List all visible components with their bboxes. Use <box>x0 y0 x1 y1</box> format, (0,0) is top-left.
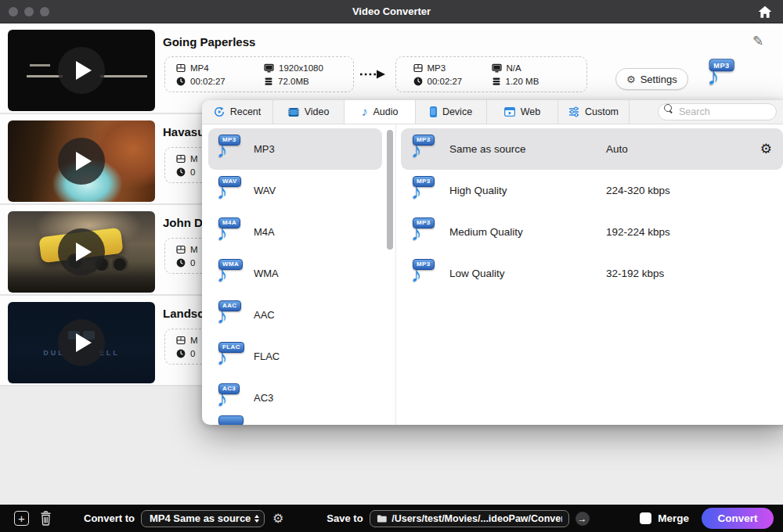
format-badge: MP3 <box>709 59 734 71</box>
merge-label: Merge <box>658 512 689 524</box>
source-duration: 00:02:27 <box>176 77 264 86</box>
convert-settings-gear-icon[interactable]: ⚙ <box>272 511 283 526</box>
play-icon[interactable] <box>58 228 105 275</box>
film-icon <box>176 336 186 345</box>
audio-format-icon: ♪WAV <box>216 178 246 204</box>
video-thumbnail[interactable] <box>8 30 155 111</box>
stack-icon <box>264 77 273 86</box>
delete-file-button[interactable] <box>39 511 52 526</box>
audio-format-icon: ♪FLAC <box>216 343 246 370</box>
quality-settings-gear-icon[interactable]: ⚙ <box>760 141 772 157</box>
film-icon <box>176 63 186 73</box>
audio-format-icon: ♪MP3 <box>410 136 440 163</box>
format-item-ac3[interactable]: ♪AC3 AC3 <box>208 377 382 419</box>
format-item-wav[interactable]: ♪WAV WAV <box>208 170 382 211</box>
settings-button[interactable]: ⚙ Settings <box>615 68 688 90</box>
gear-icon: ⚙ <box>626 74 636 85</box>
merge-checkbox[interactable] <box>640 512 651 524</box>
convert-to-label: Convert to <box>84 512 135 524</box>
audio-format-icon: ♪MP3 <box>410 219 440 246</box>
source-format: MP4 <box>176 63 264 73</box>
quality-item-high[interactable]: ♪MP3 High Quality 224-320 kbps <box>401 170 783 211</box>
format-item-wma[interactable]: ♪WMA WMA <box>208 253 382 294</box>
quality-item-low[interactable]: ♪MP3 Low Quality 32-192 kbps <box>401 253 783 294</box>
folder-icon <box>377 514 388 523</box>
film-icon <box>176 245 186 254</box>
display-icon <box>264 63 274 73</box>
target-resolution: N/A <box>492 63 570 73</box>
tab-custom[interactable]: Custom <box>558 100 630 124</box>
scrollbar-thumb[interactable] <box>387 130 393 250</box>
video-thumbnail[interactable] <box>8 211 155 293</box>
search-input[interactable] <box>658 103 777 120</box>
home-icon[interactable] <box>758 5 772 19</box>
tab-recent[interactable]: Recent <box>202 100 273 124</box>
target-format: MP3 <box>413 63 492 73</box>
convert-button[interactable]: Convert <box>702 508 774 529</box>
audio-format-icon: ♪AAC <box>216 302 246 329</box>
quality-item-medium[interactable]: ♪MP3 Medium Quality 192-224 kbps <box>401 211 783 253</box>
video-thumbnail[interactable]: DUL ELL <box>8 302 155 383</box>
window-title: Video Converter <box>0 5 783 17</box>
filmstrip-icon <box>288 107 299 117</box>
target-duration: 00:02:27 <box>413 77 492 86</box>
play-icon[interactable] <box>58 138 105 185</box>
history-icon <box>214 106 225 117</box>
bottom-toolbar: + Convert to MP4 Same as source ⚙ Save t… <box>0 505 783 532</box>
quality-list: ♪MP3 Same as source Auto ⚙ ♪MP3 High Qua… <box>396 124 783 425</box>
source-info-box: MP4 1920x1080 00:02:27 72.0MB <box>164 56 354 92</box>
tab-web[interactable]: Web <box>487 100 558 124</box>
source-resolution: 1920x1080 <box>264 63 342 73</box>
convert-arrow-icon <box>359 69 386 83</box>
open-folder-arrow-button[interactable]: → <box>576 512 590 526</box>
output-folder-button[interactable]: /Users/test/Movies/...ideoPaw/Converted <box>370 510 569 527</box>
target-size: 1.20 MB <box>492 77 570 86</box>
format-item-mp3[interactable]: ♪MP3 MP3 <box>208 128 382 170</box>
target-info-box: MP3 N/A 00:02:27 1.20 MB <box>395 56 587 92</box>
stepper-arrows-icon <box>254 515 259 523</box>
audio-format-icon: ♪AC3 <box>216 385 246 412</box>
format-picker-popup: Recent Video ♪ Audio Device Web Custom <box>202 100 783 425</box>
video-title: Going Paperless <box>163 35 255 49</box>
clock-icon <box>176 258 186 268</box>
output-format-icon[interactable]: ♪ MP3 <box>706 60 741 91</box>
quality-item-same-as-source[interactable]: ♪MP3 Same as source Auto ⚙ <box>401 128 783 170</box>
audio-format-icon: ♪MP3 <box>410 178 440 204</box>
clock-icon <box>176 77 186 86</box>
video-converter-window: Video Converter Going Paperless ✎ MP4 <box>0 0 783 532</box>
tab-video[interactable]: Video <box>273 100 345 124</box>
edit-title-icon[interactable]: ✎ <box>752 33 763 49</box>
audio-format-icon: ♪MP3 <box>410 261 440 287</box>
film-icon <box>413 63 423 73</box>
output-format-select[interactable]: MP4 Same as source <box>141 510 265 527</box>
music-note-icon: ♪ <box>362 106 368 117</box>
format-item-m4a[interactable]: ♪M4A M4A <box>208 211 382 253</box>
trash-icon <box>39 511 52 526</box>
audio-format-icon: ♪WMA <box>216 261 246 287</box>
audio-format-icon: ♪MP3 <box>216 136 246 163</box>
format-tabs: Recent Video ♪ Audio Device Web Custom <box>202 100 783 124</box>
audio-format-icon: ♪M4A <box>216 219 246 246</box>
stack-icon <box>492 77 501 86</box>
format-item-flac[interactable]: ♪FLAC FLAC <box>208 336 382 377</box>
format-list: ♪MP3 MP3 ♪WAV WAV ♪M4A M4A ♪WMA WMA ♪AAC <box>202 124 385 425</box>
clock-icon <box>176 349 186 358</box>
display-icon <box>492 63 502 73</box>
smartphone-icon <box>430 106 437 117</box>
tab-audio[interactable]: ♪ Audio <box>345 100 416 124</box>
format-item-aac[interactable]: ♪AAC AAC <box>208 294 382 336</box>
film-icon <box>176 154 186 164</box>
clock-icon <box>176 167 186 177</box>
add-file-button[interactable]: + <box>14 511 29 526</box>
browser-window-icon <box>504 107 515 117</box>
source-size: 72.0MB <box>264 77 342 86</box>
play-icon[interactable] <box>58 319 105 366</box>
search-icon <box>664 104 672 112</box>
format-list-scrollbar[interactable] <box>385 124 396 425</box>
save-to-label: Save to <box>327 512 363 524</box>
sliders-icon <box>568 106 579 117</box>
video-thumbnail[interactable] <box>8 120 155 202</box>
tab-device[interactable]: Device <box>416 100 487 124</box>
play-icon[interactable] <box>58 47 105 94</box>
title-bar: Video Converter <box>0 0 783 23</box>
